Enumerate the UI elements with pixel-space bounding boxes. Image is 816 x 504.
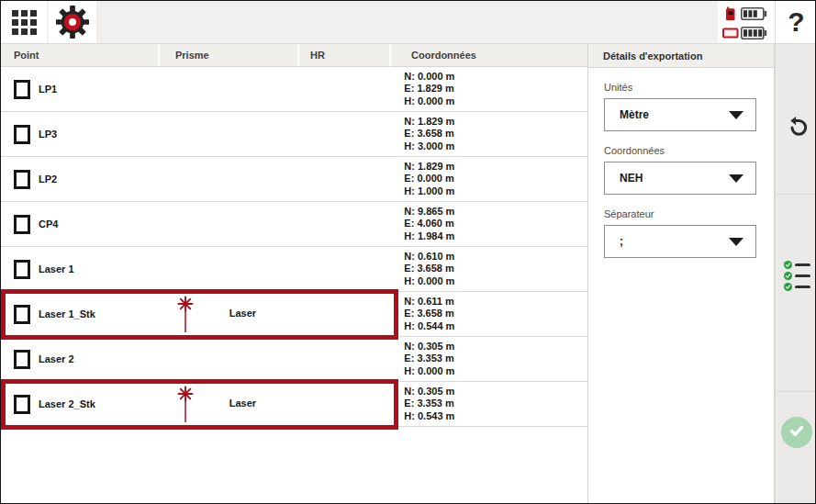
- coord-h: H: 3.000 m: [404, 140, 454, 153]
- settings-button[interactable]: [49, 1, 96, 43]
- table-row-highlighted[interactable]: Laser 2_Stk Laser: [1, 382, 587, 427]
- coord-n: N: 0.611 m: [404, 296, 453, 308]
- point-name: CP4: [39, 218, 58, 230]
- table-row[interactable]: CP4 N: 9.865 m E: 4.060 m H: 1.984 m: [1, 202, 587, 247]
- laser-target-icon: [177, 295, 194, 338]
- instrument-device-icon: [722, 28, 739, 39]
- column-header-hr: HR: [299, 44, 391, 67]
- coordinates-cell: N: 0.305 m E: 3.353 m H: 0.000 m: [390, 337, 587, 381]
- table-row-highlighted[interactable]: Laser 1_Stk Laser: [1, 292, 587, 337]
- coord-e: E: 3.658 m: [404, 128, 453, 140]
- coord-n: N: 1.829 m: [404, 161, 454, 174]
- coordinates-cell: N: 1.829 m E: 3.658 m H: 3.000 m: [390, 112, 587, 156]
- panel-title: Détails d'exportation: [588, 44, 774, 68]
- point-name: LP3: [39, 129, 57, 140]
- coord-h: H: 0.000 m: [404, 275, 454, 288]
- units-dropdown[interactable]: Mètre: [604, 98, 756, 131]
- battery-status: [722, 6, 767, 44]
- toolbar-divider: [776, 391, 816, 392]
- controller-device-icon: [722, 6, 739, 21]
- select-all-button[interactable]: [784, 261, 810, 294]
- separator-dropdown[interactable]: ;: [604, 225, 756, 258]
- units-value: Mètre: [620, 108, 649, 121]
- coord-h: H: 1.000 m: [404, 185, 454, 198]
- row-checkbox[interactable]: [14, 305, 30, 324]
- apps-grid-icon: [12, 10, 37, 35]
- right-toolbar: [775, 44, 816, 504]
- table-row[interactable]: Laser 2 N: 0.305 m E: 3.353 m H: 0.000 m: [1, 337, 587, 382]
- coord-e: E: 3.353 m: [404, 353, 453, 365]
- coord-n: N: 0.305 m: [404, 386, 454, 398]
- coord-e: E: 0.000 m: [404, 173, 453, 185]
- table-row[interactable]: Laser 1 N: 0.610 m E: 3.658 m H: 0.000 m: [1, 247, 587, 292]
- checklist-icon: [784, 261, 810, 291]
- point-name: Laser 1_Stk: [39, 308, 95, 319]
- coord-e: E: 4.060 m: [404, 218, 453, 230]
- units-label: Unités: [604, 82, 774, 93]
- top-bar: ?: [1, 1, 816, 44]
- coord-e: E: 3.353 m: [404, 398, 453, 410]
- coord-e: E: 1.829 m: [404, 83, 453, 95]
- coordinates-cell: N: 0.000 m E: 1.829 m H: 0.000 m: [390, 67, 587, 111]
- point-name: Laser 2_Stk: [39, 398, 95, 409]
- controller-battery-icon: [741, 7, 767, 20]
- point-name: LP2: [39, 174, 57, 185]
- export-details-panel: Détails d'exportation Unités Mètre Coord…: [588, 44, 775, 504]
- row-checkbox[interactable]: [14, 125, 30, 144]
- coord-n: N: 1.829 m: [404, 116, 454, 129]
- row-checkbox[interactable]: [14, 80, 30, 99]
- coordinates-cell: N: 1.829 m E: 0.000 m H: 1.000 m: [390, 157, 587, 201]
- column-header-coordonnees: Coordonnées: [391, 44, 587, 67]
- confirm-button[interactable]: [781, 417, 812, 448]
- coord-n: N: 0.305 m: [404, 341, 454, 353]
- separator-label: Séparateur: [604, 208, 774, 219]
- gear-icon: [55, 5, 90, 43]
- chevron-down-icon: [729, 174, 743, 183]
- column-header-point: Point: [1, 44, 160, 67]
- coord-n: N: 0.000 m: [404, 71, 454, 84]
- coord-n: N: 9.865 m: [404, 206, 454, 218]
- instrument-battery-icon: [741, 27, 767, 39]
- row-checkbox[interactable]: [14, 395, 30, 414]
- row-checkbox[interactable]: [14, 350, 30, 369]
- point-name: Laser 1: [39, 263, 74, 274]
- laser-target-icon: [177, 385, 194, 428]
- table-row[interactable]: LP3 N: 1.829 m E: 3.658 m H: 3.000 m: [1, 112, 587, 157]
- coordinates-dropdown[interactable]: NEH: [604, 162, 756, 195]
- coord-n: N: 0.610 m: [404, 251, 454, 263]
- toolbar-divider: [776, 194, 816, 195]
- chevron-down-icon: [729, 111, 743, 119]
- row-checkbox[interactable]: [14, 215, 30, 234]
- coordinates-value: NEH: [620, 172, 643, 185]
- coord-h: H: 0.000 m: [404, 95, 454, 108]
- coord-e: E: 3.658 m: [404, 263, 453, 275]
- table-row[interactable]: LP1 N: 0.000 m E: 1.829 m H: 0.000 m: [1, 67, 587, 112]
- coordinates-cell: N: 9.865 m E: 4.060 m H: 1.984 m: [390, 202, 587, 246]
- coord-h: H: 1.984 m: [404, 230, 454, 243]
- coord-h: H: 0.000 m: [404, 365, 454, 378]
- row-checkbox[interactable]: [14, 170, 30, 189]
- prisme-name: Laser: [229, 308, 256, 319]
- checkmark-icon: [785, 419, 809, 446]
- back-button[interactable]: [784, 114, 810, 140]
- table-row[interactable]: LP2 N: 1.829 m E: 0.000 m H: 1.000 m: [1, 157, 587, 202]
- prisme-name: Laser: [229, 398, 256, 409]
- chevron-down-icon: [729, 238, 743, 246]
- table-header: Point Prisme HR Coordonnées: [1, 44, 587, 67]
- coordinates-label: Coordonnées: [604, 145, 774, 156]
- coord-h: H: 0.543 m: [404, 410, 454, 423]
- coord-e: E: 3.658 m: [404, 308, 453, 320]
- points-table: Point Prisme HR Coordonnées LP1 N: 0.000…: [1, 44, 588, 504]
- coordinates-cell: N: 0.611 m E: 3.658 m H: 0.544 m: [390, 292, 587, 336]
- row-checkbox[interactable]: [14, 260, 30, 279]
- coordinates-cell: N: 0.610 m E: 3.658 m H: 0.000 m: [390, 247, 587, 291]
- app-window: ? Point Prisme HR Coordonnées LP1 N: 0.0…: [0, 0, 816, 504]
- help-button[interactable]: ?: [775, 1, 816, 43]
- point-name: LP1: [39, 84, 57, 95]
- separator-value: ;: [620, 235, 623, 248]
- undo-arrow-icon: [784, 127, 810, 142]
- help-icon: ?: [788, 6, 804, 38]
- apps-menu-button[interactable]: [1, 1, 47, 43]
- column-header-prisme: Prisme: [160, 44, 299, 67]
- coord-h: H: 0.544 m: [404, 320, 454, 333]
